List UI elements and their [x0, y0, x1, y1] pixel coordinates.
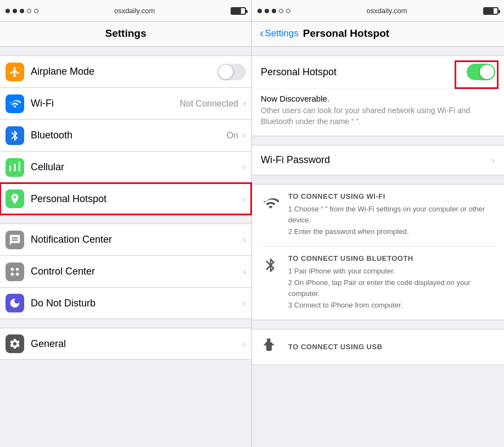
left-title: Settings [105, 27, 147, 39]
notification-chevron: › [243, 234, 246, 245]
do-not-disturb-icon [5, 294, 24, 312]
right-content: Personal Hotspot Now Discoverable. Other… [252, 47, 504, 447]
usb-icon [261, 337, 281, 357]
notification-icon [5, 231, 24, 249]
settings-section-3: General › [0, 328, 251, 360]
dot3 [20, 9, 24, 13]
usb-title: TO CONNECT USING USB [288, 343, 383, 351]
back-label: Settings [265, 28, 298, 39]
rdot1 [257, 9, 262, 13]
cellular-chevron: › [243, 161, 246, 173]
bt-instr-step1: 1 Pair iPhone with your computer. [288, 266, 495, 277]
hotspot-icon [5, 189, 24, 208]
bt-instr-step2: 2 On iPhone, tap Pair or enter the code … [288, 277, 495, 299]
wifi-password-section: Wi-Fi Password › [252, 145, 504, 175]
control-center-row[interactable]: Control Center › [0, 255, 251, 287]
back-chevron-icon: ‹ [260, 27, 264, 40]
bt-instr-text: TO CONNECT USING BLUETOOTH 1 Pair iPhone… [288, 254, 495, 312]
bluetooth-instruction: TO CONNECT USING BLUETOOTH 1 Pair iPhone… [261, 247, 495, 320]
general-icon [5, 334, 24, 353]
wifi-icon [5, 94, 24, 113]
left-nav-header: Settings [0, 22, 251, 47]
left-panel: osxdaily.com Settings Airplane Mode [0, 0, 252, 447]
general-label: General [31, 338, 242, 350]
wifi-row[interactable]: Wi-Fi Not Connected › [0, 87, 251, 119]
notification-row[interactable]: Notification Center › [0, 223, 251, 255]
usb-section: TO CONNECT USING USB [252, 329, 504, 365]
wifi-password-chevron: › [492, 154, 495, 166]
airplane-icon [5, 63, 24, 81]
hotspot-discoverable: Now Discoverable. Other users can look f… [252, 88, 504, 136]
right-status-bar: osxdaily.com [252, 0, 504, 22]
do-not-disturb-row[interactable]: Do Not Disturb › [0, 287, 251, 319]
left-battery [231, 7, 246, 15]
do-not-disturb-chevron: › [243, 298, 246, 309]
right-url: osxdaily.com [366, 7, 407, 15]
cellular-label: Cellular [31, 161, 242, 173]
wifi-chevron: › [243, 98, 246, 109]
left-status-bar: osxdaily.com [0, 0, 251, 22]
right-panel: osxdaily.com ‹ Settings Personal Hotspot… [252, 0, 504, 447]
settings-section-1: Airplane Mode Wi-Fi Not Connected › Blue… [0, 55, 251, 215]
right-battery [483, 7, 499, 15]
right-status-dots [257, 9, 290, 13]
airplane-label: Airplane Mode [31, 66, 217, 77]
svg-point-3 [16, 272, 19, 276]
status-dots [5, 9, 38, 13]
instr-wifi-icon [261, 193, 281, 213]
wifi-instr-title: TO CONNECT USING WI-FI [288, 192, 495, 200]
wifi-instr-step1: 1 Choose “ ” from the Wi-Fi settings on … [288, 204, 495, 225]
general-chevron: › [243, 338, 246, 350]
general-row[interactable]: General › [0, 328, 251, 360]
wifi-value: Not Connected [180, 99, 238, 109]
wifi-password-row[interactable]: Wi-Fi Password › [252, 146, 504, 175]
svg-point-0 [11, 267, 14, 271]
control-center-icon [5, 262, 24, 281]
back-button[interactable]: ‹ Settings [260, 27, 299, 40]
dot5 [34, 9, 38, 13]
bt-instr-step3: 3 Connect to iPhone from computer. [288, 300, 495, 311]
rdot4 [279, 9, 283, 13]
bluetooth-value: On [227, 131, 238, 141]
right-page-title: Personal Hotspot [303, 27, 389, 40]
dot2 [13, 9, 17, 13]
personal-hotspot-row[interactable]: Personal Hotspot › [0, 183, 251, 215]
airplane-toggle[interactable] [217, 64, 246, 80]
airplane-mode-row[interactable]: Airplane Mode [0, 55, 251, 87]
control-center-label: Control Center [31, 266, 242, 277]
wifi-instr-step2: 2 Enter the password when prompted. [288, 226, 495, 237]
hotspot-main-label: Personal Hotspot [261, 66, 467, 78]
cellular-icon [5, 158, 24, 177]
battery-fill [232, 8, 241, 14]
bluetooth-icon [5, 126, 24, 145]
bt-instr-title: TO CONNECT USING BLUETOOTH [288, 254, 495, 262]
right-nav-header: ‹ Settings Personal Hotspot [252, 22, 504, 47]
hotspot-main-row: Personal Hotspot [252, 56, 504, 88]
do-not-disturb-label: Do Not Disturb [31, 298, 242, 309]
bluetooth-chevron: › [243, 130, 246, 141]
svg-point-1 [16, 267, 19, 271]
rdot3 [272, 9, 276, 13]
bluetooth-row[interactable]: Bluetooth On › [0, 119, 251, 151]
instr-bluetooth-icon [261, 255, 281, 275]
notification-label: Notification Center [31, 234, 242, 245]
wifi-instr-text: TO CONNECT USING WI-FI 1 Choose “ ” from… [288, 192, 495, 238]
bluetooth-label: Bluetooth [31, 130, 227, 141]
hotspot-toggle-section: Personal Hotspot Now Discoverable. Other… [252, 55, 504, 136]
right-battery-fill [484, 8, 494, 14]
hotspot-label: Personal Hotspot [31, 193, 242, 205]
settings-section-2: Notification Center › Control Center › [0, 223, 251, 319]
dot4 [27, 9, 31, 13]
rdot5 [286, 9, 290, 13]
wifi-instruction: TO CONNECT USING WI-FI 1 Choose “ ” from… [261, 185, 495, 247]
cellular-row[interactable]: Cellular › [0, 151, 251, 183]
svg-point-2 [11, 272, 14, 276]
discoverable-title: Now Discoverable. [261, 94, 495, 103]
discoverable-desc: Other users can look for your shared net… [261, 105, 495, 127]
hotspot-chevron: › [243, 193, 246, 205]
wifi-password-label: Wi-Fi Password [261, 154, 491, 166]
left-url: osxdaily.com [114, 7, 155, 15]
rdot2 [265, 9, 269, 13]
wifi-label: Wi-Fi [31, 98, 180, 109]
hotspot-toggle[interactable] [467, 64, 495, 80]
